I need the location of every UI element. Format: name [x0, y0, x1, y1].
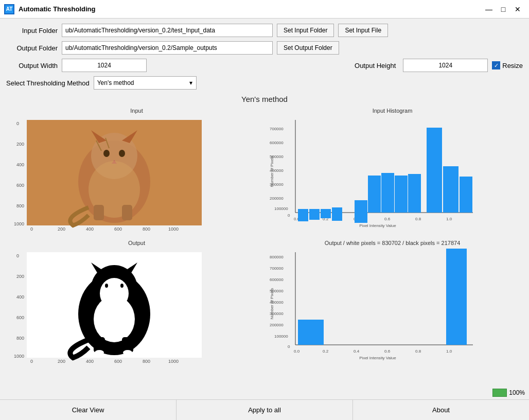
title-bar: AT Automatic Thresholding — □ ✕: [0, 0, 529, 19]
resize-label: Resize: [502, 62, 523, 69]
svg-text:600: 600: [114, 226, 122, 232]
svg-text:1000: 1000: [168, 359, 179, 364]
progress-percent: 100%: [509, 389, 525, 396]
charts-area: Input 0 200 400 600 800 1000 0 200 400 6…: [6, 108, 523, 367]
svg-text:600000: 600000: [270, 141, 284, 145]
svg-text:400: 400: [86, 226, 94, 232]
set-output-folder-button[interactable]: Set Output Folder: [277, 41, 339, 55]
svg-text:600: 600: [16, 315, 24, 320]
svg-text:Pixel Intensity Value: Pixel Intensity Value: [359, 356, 396, 360]
input-histogram-container: Input Histogram 700000 600000 500000 400…: [267, 108, 518, 235]
svg-point-81: [123, 350, 132, 355]
svg-text:0.6: 0.6: [384, 349, 391, 354]
svg-text:1000: 1000: [14, 354, 24, 359]
svg-text:200: 200: [58, 359, 65, 364]
method-title: Yen's method: [6, 95, 523, 103]
input-histogram-chart: 700000 600000 500000 400000 300000 20000…: [267, 115, 483, 233]
output-folder-row: Output Folder Set Output Folder: [6, 41, 523, 55]
output-image-chart: 0 200 400 600 800 1000 0 200 400 600 800…: [11, 247, 212, 365]
svg-rect-44: [309, 209, 320, 220]
svg-rect-48: [368, 176, 381, 213]
svg-rect-47: [355, 200, 367, 223]
method-select[interactable]: Yen's method Otsu's method Li's method T…: [94, 76, 197, 90]
svg-text:800: 800: [143, 359, 150, 364]
svg-text:600: 600: [114, 359, 122, 364]
svg-text:800000: 800000: [270, 255, 284, 259]
status-bar: 100%: [492, 386, 529, 399]
svg-text:100000: 100000: [274, 206, 288, 211]
svg-rect-52: [427, 128, 442, 213]
output-height-input[interactable]: [403, 59, 488, 72]
close-button[interactable]: ✕: [510, 2, 525, 16]
svg-point-73: [94, 296, 135, 342]
svg-point-17: [103, 150, 110, 157]
input-folder-row: Input Folder Set Input Folder Set Input …: [6, 24, 523, 37]
svg-text:0.6: 0.6: [384, 217, 391, 221]
input-folder-path[interactable]: [62, 24, 273, 37]
input-image-title: Input: [11, 108, 262, 114]
svg-text:0.8: 0.8: [415, 217, 421, 221]
svg-text:400: 400: [16, 294, 24, 300]
set-input-file-button[interactable]: Set Input File: [338, 24, 388, 37]
svg-point-77: [120, 284, 124, 288]
about-button[interactable]: About: [353, 400, 529, 420]
svg-text:0: 0: [16, 121, 19, 126]
svg-text:800: 800: [16, 203, 24, 208]
app-icon: AT: [4, 4, 14, 14]
output-image-container: Output 0 200 400 600 800 1000 0 200 400 …: [11, 240, 262, 367]
svg-rect-46: [332, 207, 342, 221]
input-histogram-title: Input Histogram: [267, 108, 518, 114]
svg-rect-49: [381, 173, 394, 213]
svg-rect-50: [395, 176, 408, 213]
svg-text:0: 0: [30, 226, 33, 232]
svg-text:100000: 100000: [274, 334, 288, 339]
svg-text:200000: 200000: [270, 323, 284, 327]
svg-text:0.4: 0.4: [354, 349, 360, 354]
maximize-button[interactable]: □: [496, 2, 510, 16]
svg-text:700000: 700000: [270, 266, 284, 271]
minimize-button[interactable]: —: [482, 2, 496, 16]
svg-text:Number of Pixels: Number of Pixels: [270, 156, 274, 187]
svg-text:700000: 700000: [270, 127, 284, 131]
progress-indicator: [492, 389, 507, 397]
svg-text:800: 800: [16, 336, 24, 341]
output-height-label: Output Height: [355, 62, 396, 69]
svg-text:0.8: 0.8: [415, 349, 421, 354]
select-method-label: Select Thresholding Method: [6, 79, 90, 87]
output-histogram-title: Output / white pixels = 830702 / black p…: [267, 240, 518, 246]
output-folder-path[interactable]: [62, 41, 273, 55]
method-select-wrapper[interactable]: Yen's method Otsu's method Li's method T…: [94, 76, 197, 90]
svg-rect-43: [298, 209, 308, 221]
svg-text:200000: 200000: [270, 196, 284, 201]
svg-text:Number of Pixels: Number of Pixels: [270, 288, 274, 320]
svg-text:800: 800: [143, 226, 150, 232]
svg-rect-53: [443, 166, 459, 213]
clear-view-button[interactable]: Clear View: [0, 400, 177, 420]
svg-rect-102: [446, 249, 467, 345]
svg-text:0: 0: [288, 213, 290, 218]
output-image-title: Output: [11, 240, 262, 246]
dimensions-row: Output Width Output Height ✓ Resize: [6, 59, 523, 72]
apply-to-all-button[interactable]: Apply to all: [177, 400, 353, 420]
svg-text:400: 400: [16, 162, 24, 167]
output-histogram-chart: 800000 700000 600000 500000 400000 30000…: [267, 247, 483, 365]
bottom-bar: Clear View Apply to all About: [0, 399, 529, 420]
main-content: Input Folder Set Input Folder Set Input …: [0, 19, 529, 372]
svg-text:1.0: 1.0: [446, 217, 452, 221]
svg-text:200: 200: [16, 274, 24, 279]
svg-text:600: 600: [16, 183, 24, 188]
resize-checkbox-label[interactable]: ✓ Resize: [492, 61, 523, 69]
svg-text:0: 0: [288, 344, 290, 349]
set-input-folder-button[interactable]: Set Input Folder: [277, 24, 334, 37]
svg-text:1.0: 1.0: [446, 349, 452, 354]
svg-rect-21: [94, 205, 104, 220]
svg-rect-54: [460, 177, 472, 213]
svg-rect-51: [408, 174, 421, 213]
svg-text:400: 400: [86, 359, 94, 364]
svg-text:1000: 1000: [168, 226, 179, 232]
resize-checkbox[interactable]: ✓: [492, 61, 500, 69]
output-folder-label: Output Folder: [6, 44, 58, 52]
svg-point-76: [105, 284, 108, 288]
output-width-input[interactable]: [62, 59, 147, 72]
select-method-row: Select Thresholding Method Yen's method …: [6, 76, 523, 90]
